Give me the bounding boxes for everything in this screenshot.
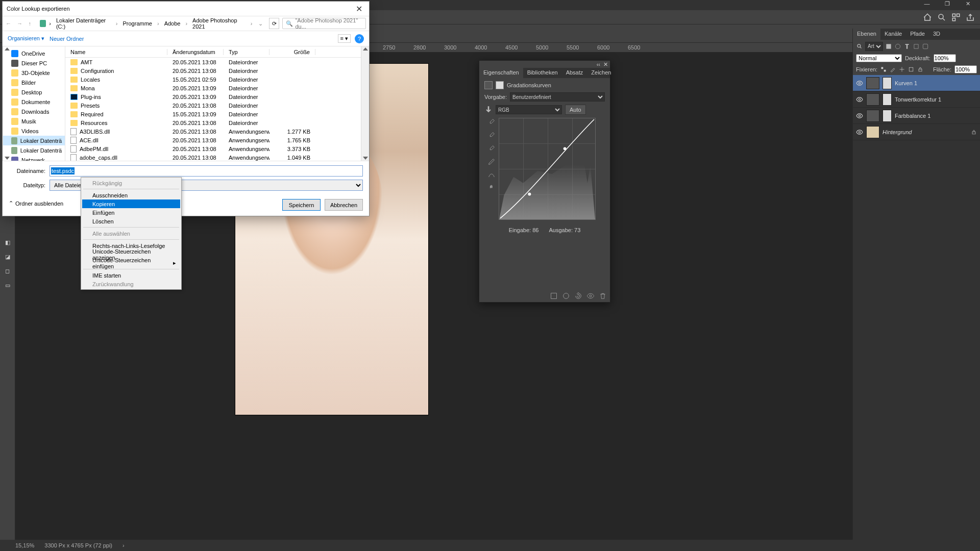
tree-item[interactable]: Netzwerk (3, 155, 65, 161)
search-icon[interactable] (937, 13, 946, 22)
tab-character[interactable]: Zeichen (587, 68, 615, 78)
layer-row[interactable]: Tonwertkorrektur 1 (853, 91, 980, 108)
tree-scrollbar[interactable] (3, 46, 3, 161)
blend-mode[interactable]: Normal (856, 54, 902, 62)
filter-smart-icon[interactable] (922, 43, 929, 50)
breadcrumb[interactable]: Programme (120, 19, 154, 28)
toggle-vis-icon[interactable] (586, 292, 595, 300)
ctx-item[interactable]: Ausschneiden (82, 191, 180, 199)
layer-row[interactable]: Hintergrund (853, 124, 980, 140)
opacity-field[interactable] (934, 54, 956, 62)
nav-fwd-icon[interactable]: → (17, 20, 25, 27)
trash-icon[interactable] (599, 292, 607, 300)
ctx-item[interactable]: IME starten (82, 271, 180, 280)
tool-swatch[interactable]: ◧ (2, 237, 13, 248)
tab-layers[interactable]: Ebenen (853, 29, 880, 40)
file-row[interactable]: adobe_caps.dll20.05.2021 13:08Anwendungs… (65, 153, 361, 161)
search-input[interactable]: 🔍 "Adobe Photoshop 2021" du... (282, 18, 366, 29)
breadcrumb[interactable]: Adobe (162, 19, 183, 28)
col-type[interactable]: Typ (224, 49, 270, 55)
file-row[interactable]: AMT20.05.2021 13:08Dateiordner (65, 58, 361, 66)
tree-item[interactable]: Videos (3, 126, 65, 136)
visibility-icon[interactable] (856, 129, 863, 136)
tab-channels[interactable]: Kanäle (880, 29, 906, 40)
eyedropper-black-icon[interactable] (487, 118, 496, 126)
pencil-icon[interactable] (487, 158, 496, 166)
zoom-level[interactable]: 15,15% (15, 542, 34, 548)
smooth-icon[interactable] (487, 171, 496, 179)
input-val[interactable]: 86 (532, 227, 538, 233)
file-row[interactable]: Configuration20.05.2021 13:08Dateiordner (65, 66, 361, 75)
dialog-close-icon[interactable]: ✕ (353, 4, 365, 14)
channel-select[interactable]: RGB (496, 105, 562, 114)
ctx-item[interactable]: Unicode-Steuerzeichen einfügen▸ (82, 259, 180, 267)
file-row[interactable]: ACE.dll20.05.2021 13:08Anwendungserwe...… (65, 136, 361, 144)
file-row[interactable]: Plug-ins20.05.2021 13:09Dateiordner (65, 92, 361, 101)
fill-field[interactable] (954, 65, 977, 73)
tree-item[interactable]: 3D-Objekte (3, 68, 65, 78)
collapse-icon[interactable]: ‹‹ (597, 61, 600, 67)
close-button[interactable]: ✕ (958, 1, 978, 10)
tree-item[interactable]: Lokaler Datenträ (3, 145, 65, 155)
ctx-item[interactable]: Löschen (82, 217, 180, 226)
filter-type[interactable]: Art (865, 42, 883, 51)
ctx-item[interactable]: Einfügen (82, 208, 180, 217)
tree-item[interactable]: Dieser PC (3, 58, 65, 68)
clip-icon[interactable] (550, 292, 558, 300)
col-date[interactable]: Änderungsdatum (167, 49, 224, 55)
lock-artboard-icon[interactable] (908, 66, 914, 72)
auto-button[interactable]: Auto (565, 105, 586, 115)
tree-item[interactable]: Lokaler Datenträ (3, 136, 65, 145)
lock-paint-icon[interactable] (890, 66, 896, 72)
reset-icon[interactable] (574, 292, 582, 300)
save-button[interactable]: Speichern (282, 199, 321, 211)
filter-shape-icon[interactable] (913, 43, 920, 50)
visibility-icon[interactable] (856, 96, 863, 103)
tool-colors[interactable]: ◪ (2, 251, 13, 262)
close-icon[interactable]: ✕ (603, 61, 608, 68)
tree-item[interactable]: OneDrive (3, 48, 65, 58)
file-row[interactable]: Presets20.05.2021 13:08Dateiordner (65, 101, 361, 110)
list-scrollbar[interactable] (361, 46, 369, 161)
hide-folders-toggle[interactable]: ⌃Ordner ausblenden (9, 200, 63, 207)
tree-item[interactable]: Bilder (3, 78, 65, 87)
visibility-icon[interactable] (856, 80, 863, 87)
nav-back-icon[interactable]: ← (6, 20, 14, 27)
preset-select[interactable]: Benutzerdefiniert (510, 92, 605, 102)
chevron-down-icon[interactable]: ⌄ (258, 20, 263, 27)
filename-field[interactable]: test.psdc (50, 165, 363, 177)
tab-paths[interactable]: Pfade (906, 29, 929, 40)
layer-row[interactable]: Farbbalance 1 (853, 108, 980, 124)
file-row[interactable]: AdbePM.dll20.05.2021 13:08Anwendungserwe… (65, 144, 361, 153)
tool-screen[interactable]: ▭ (2, 280, 13, 291)
nav-up-icon[interactable]: ↑ (28, 20, 36, 27)
tree-item[interactable]: Desktop (3, 87, 65, 97)
minimize-button[interactable]: — (917, 1, 937, 10)
file-row[interactable]: Locales15.05.2021 02:59Dateiordner (65, 75, 361, 84)
tree-item[interactable]: Downloads (3, 107, 65, 116)
tab-libraries[interactable]: Bibliotheken (523, 68, 562, 78)
file-row[interactable]: A3DLIBS.dll20.05.2021 13:08Anwendungserw… (65, 127, 361, 136)
col-size[interactable]: Größe (270, 49, 315, 55)
tree-item[interactable]: Musik (3, 116, 65, 126)
eyedropper-gray-icon[interactable] (487, 131, 496, 139)
breadcrumb[interactable]: Lokaler Datenträger (C:) (54, 16, 113, 31)
home-icon[interactable] (923, 13, 932, 22)
col-name[interactable]: Name (65, 49, 167, 55)
tree-item[interactable]: Dokumente (3, 97, 65, 107)
view-prev-icon[interactable] (562, 292, 570, 300)
tab-3d[interactable]: 3D (929, 29, 944, 40)
layer-row[interactable]: Kurven 1 (853, 75, 980, 91)
view-menu-icon[interactable]: ≡ ▾ (338, 34, 351, 43)
help-icon[interactable]: ? (355, 34, 364, 43)
finger-icon[interactable] (484, 106, 493, 114)
breadcrumb[interactable]: Adobe Photoshop 2021 (190, 16, 248, 31)
cancel-button[interactable]: Abbrechen (325, 199, 363, 211)
new-folder-button[interactable]: Neuer Ordner (50, 36, 84, 42)
file-row[interactable]: Resources20.05.2021 13:08Dateiordner (65, 118, 361, 127)
lock-position-icon[interactable] (899, 66, 905, 72)
ctx-item[interactable]: Kopieren (82, 199, 180, 208)
tab-properties[interactable]: Eigenschaften (479, 68, 523, 78)
maximize-button[interactable]: ❐ (937, 1, 958, 10)
file-row[interactable]: Mona20.05.2021 13:09Dateiordner (65, 84, 361, 92)
